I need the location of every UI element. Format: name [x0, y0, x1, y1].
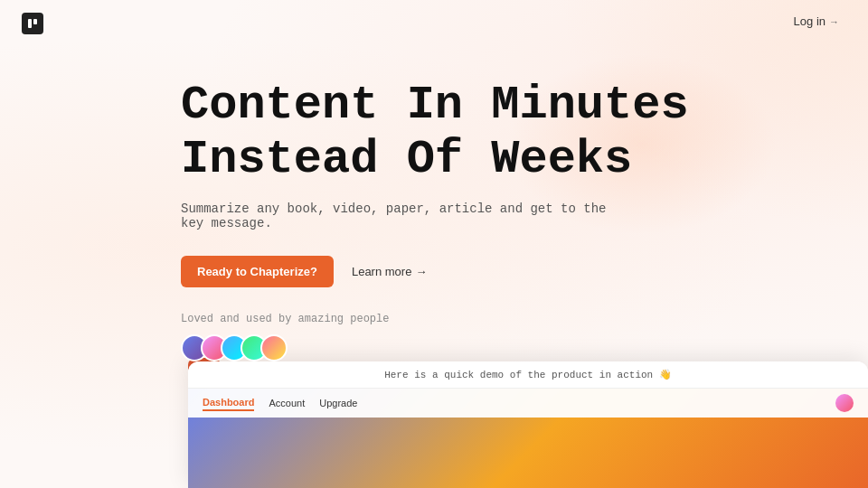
demo-message-bar: Here is a quick demo of the product in a… [188, 361, 868, 389]
cta-primary-button[interactable]: Ready to Chapterize? [181, 256, 334, 287]
header: Log in → [0, 0, 868, 42]
demo-nav-account[interactable]: Account [269, 396, 305, 410]
cta-secondary-arrow: → [415, 265, 427, 278]
cta-primary-label: Ready to Chapterize? [197, 265, 317, 278]
login-arrow: → [829, 16, 839, 27]
hero-section: Content In Minutes Instead Of Weeks Summ… [0, 42, 868, 361]
hero-subtitle: Summarize any book, video, paper, articl… [181, 202, 615, 230]
logo-icon [22, 13, 43, 34]
svg-rect-0 [28, 19, 32, 28]
cta-row: Ready to Chapterize? Learn more → [181, 256, 868, 287]
hero-title-line1: Content In Minutes [181, 79, 689, 132]
demo-inner: Dashboard Account Upgrade [188, 389, 868, 488]
demo-nav-upgrade[interactable]: Upgrade [319, 396, 357, 410]
login-button[interactable]: Log in → [794, 14, 839, 28]
hero-title: Content In Minutes Instead Of Weeks [181, 79, 723, 187]
demo-nav: Dashboard Account Upgrade [188, 389, 868, 418]
user-avatars [181, 334, 868, 361]
demo-message: Here is a quick demo of the product in a… [384, 370, 672, 380]
cta-secondary-label: Learn more [352, 265, 411, 278]
logo [22, 13, 43, 34]
cta-secondary-button[interactable]: Learn more → [352, 265, 427, 278]
svg-rect-1 [33, 19, 37, 24]
demo-frame: Here is a quick demo of the product in a… [188, 361, 868, 488]
hero-title-line2: Instead Of Weeks [181, 133, 632, 186]
demo-nav-avatar [835, 394, 854, 412]
login-label: Log in [794, 14, 826, 28]
avatar-5 [260, 334, 288, 361]
loved-text: Loved and used by amazing people [181, 313, 868, 325]
demo-nav-dashboard[interactable]: Dashboard [203, 395, 254, 411]
